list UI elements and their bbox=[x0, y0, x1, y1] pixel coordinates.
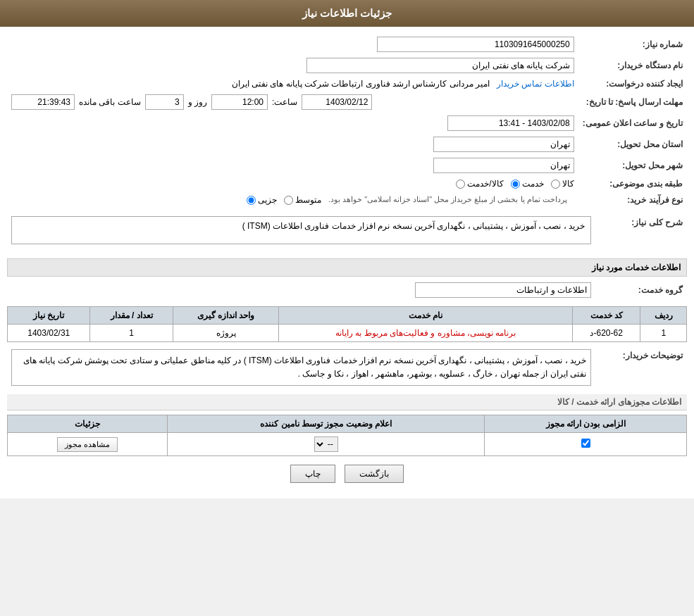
requester-link[interactable]: اطلاعات تماس خریدار bbox=[497, 79, 574, 89]
days-value: 3 bbox=[145, 94, 184, 110]
time-value: 12:00 bbox=[211, 94, 268, 110]
col-details: جزئیات bbox=[8, 415, 168, 433]
buyer-station-value: شرکت پایانه های نفتی ایران bbox=[306, 58, 574, 73]
purchase-option-partial[interactable]: جزیی bbox=[247, 195, 277, 205]
response-date: 1403/02/12 bbox=[302, 94, 372, 110]
need-description-cell: خرید ، نصب ، آموزش ، پشتیبانی ، نگهداری … bbox=[7, 213, 595, 253]
city-cell: تهران bbox=[7, 155, 578, 176]
city-row: شهر محل تحویل: تهران bbox=[7, 155, 687, 176]
col-row-num: ردیف bbox=[640, 307, 687, 325]
print-button[interactable]: چاپ bbox=[290, 465, 335, 483]
announcement-row: تاریخ و ساعت اعلان عمومی: 1403/02/08 - 1… bbox=[7, 113, 687, 134]
services-section-header: اطلاعات خدمات مورد نیاز bbox=[7, 258, 687, 277]
category-label: طبقه بندی موضوعی: bbox=[578, 176, 687, 191]
col-date: تاریخ نیاز bbox=[8, 307, 90, 325]
need-number-row: شماره نیاز: 1103091645000250 bbox=[7, 34, 687, 55]
purchase-type-cell: جزیی متوسط پرداخت تمام یا بخشی از مبلغ خ… bbox=[7, 191, 578, 208]
cell-details: مشاهده مجوز bbox=[8, 433, 168, 456]
cell-service-code: 620-62-د bbox=[572, 325, 640, 342]
need-description-value: خرید ، نصب ، آموزش ، پشتیبانی ، نگهداری … bbox=[11, 216, 591, 244]
cell-service-name: برنامه نویسی، مشاوره و فعالیت‌های مربوط … bbox=[279, 325, 573, 342]
remaining-label: ساعت باقی مانده bbox=[79, 97, 141, 107]
services-table-header-row: ردیف کد خدمت نام خدمت واحد اندازه گیری ت… bbox=[8, 307, 687, 325]
category-option-goods[interactable]: کالا bbox=[551, 179, 574, 189]
service-group-label: گروه خدمت: bbox=[595, 279, 687, 301]
buyer-station-row: نام دستگاه خریدار: شرکت پایانه های نفتی … bbox=[7, 55, 687, 76]
purchase-type-row: نوع فرآیند خرید: جزیی متوسط پرداخت تمام … bbox=[7, 191, 687, 208]
purchase-radio-partial[interactable] bbox=[247, 196, 256, 205]
purchase-type-label: نوع فرآیند خرید: bbox=[578, 191, 687, 208]
view-permit-button[interactable]: مشاهده مجوز bbox=[57, 437, 118, 452]
deadline-row: مهلت ارسال پاسخ: تا تاریخ: 21:39:43 ساعت… bbox=[7, 92, 687, 113]
col-quantity: تعداد / مقدار bbox=[90, 307, 173, 325]
services-row: 1 620-62-د برنامه نویسی، مشاوره و فعالیت… bbox=[8, 325, 687, 342]
permits-header-row: الزامی بودن ارائه مجوز اعلام وضعیت مجوز … bbox=[8, 415, 687, 433]
need-number-cell: 1103091645000250 bbox=[7, 34, 578, 55]
buttons-row: بازگشت چاپ bbox=[7, 465, 687, 483]
category-radio-goods-service[interactable] bbox=[456, 180, 465, 189]
announcement-label: تاریخ و ساعت اعلان عمومی: bbox=[578, 113, 687, 134]
col-service-code: کد خدمت bbox=[572, 307, 640, 325]
cell-required bbox=[485, 433, 687, 456]
need-number-label: شماره نیاز: bbox=[578, 34, 687, 55]
remaining-time: 21:39:43 bbox=[11, 94, 75, 110]
city-label: شهر محل تحویل: bbox=[578, 155, 687, 176]
service-group-row: گروه خدمت: اطلاعات و ارتباطات bbox=[7, 279, 687, 301]
col-required: الزامی بودن ارائه مجوز bbox=[485, 415, 687, 433]
cell-supplier-status: -- bbox=[168, 433, 485, 456]
days-label: روز و bbox=[188, 97, 207, 107]
requester-label: ایجاد کننده درخواست: bbox=[578, 76, 687, 92]
page-title: جزئیات اطلاعات نیاز bbox=[302, 7, 392, 19]
permits-table: الزامی بودن ارائه مجوز اعلام وضعیت مجوز … bbox=[7, 415, 687, 456]
deadline-cell: 21:39:43 ساعت باقی مانده 3 روز و 12:00 س… bbox=[7, 92, 578, 113]
time-label: ساعت: bbox=[272, 97, 297, 107]
cell-unit: پروژه bbox=[173, 325, 278, 342]
cell-row-num: 1 bbox=[640, 325, 687, 342]
buyer-description-value: خرید ، نصب ، آموزش ، پشتیبانی ، نگهداری … bbox=[11, 349, 591, 386]
province-row: استان محل تحویل: تهران bbox=[7, 134, 687, 155]
main-content: شماره نیاز: 1103091645000250 نام دستگاه … bbox=[0, 27, 694, 498]
col-unit: واحد اندازه گیری bbox=[173, 307, 278, 325]
purchase-note: پرداخت تمام یا بخشی از مبلغ خریداز محل "… bbox=[328, 195, 567, 204]
category-cell: کالا/خدمت خدمت کالا bbox=[7, 176, 578, 191]
requester-cell: اطلاعات تماس خریدار امیر مردانی کارشناس … bbox=[7, 76, 578, 92]
cell-quantity: 1 bbox=[90, 325, 173, 342]
cell-date: 1403/02/31 bbox=[8, 325, 90, 342]
need-description-table: شرح کلی نیاز: خرید ، نصب ، آموزش ، پشتیب… bbox=[7, 213, 687, 253]
page-container: جزئیات اطلاعات نیاز شماره نیاز: 11030916… bbox=[0, 0, 694, 498]
category-option-service[interactable]: خدمت bbox=[511, 179, 544, 189]
need-number-value: 1103091645000250 bbox=[377, 37, 574, 52]
province-label: استان محل تحویل: bbox=[578, 134, 687, 155]
service-group-table: گروه خدمت: اطلاعات و ارتباطات bbox=[7, 279, 687, 301]
back-button[interactable]: بازگشت bbox=[345, 465, 404, 483]
permits-section-header: اطلاعات مجوزهای ارائه خدمت / کالا bbox=[7, 394, 687, 410]
col-supplier-status: اعلام وضعیت مجوز توسط نامین کننده bbox=[168, 415, 485, 433]
province-value: تهران bbox=[433, 137, 574, 152]
buyer-description-table: توضیحات خریدار: خرید ، نصب ، آموزش ، پشت… bbox=[7, 346, 687, 389]
purchase-radio-medium[interactable] bbox=[284, 196, 293, 205]
announcement-cell: 1403/02/08 - 13:41 bbox=[7, 113, 578, 134]
category-radio-goods[interactable] bbox=[551, 180, 560, 189]
purchase-option-medium[interactable]: متوسط bbox=[284, 195, 321, 205]
requester-row: ایجاد کننده درخواست: اطلاعات تماس خریدار… bbox=[7, 76, 687, 92]
service-group-cell: اطلاعات و ارتباطات bbox=[7, 279, 595, 301]
services-table: ردیف کد خدمت نام خدمت واحد اندازه گیری ت… bbox=[7, 306, 687, 342]
category-radio-service[interactable] bbox=[511, 180, 520, 189]
buyer-description-label: توضیحات خریدار: bbox=[595, 346, 687, 389]
buyer-station-cell: شرکت پایانه های نفتی ایران bbox=[7, 55, 578, 76]
city-value: تهران bbox=[433, 158, 574, 173]
supplier-status-select[interactable]: -- bbox=[314, 436, 338, 452]
announcement-value: 1403/02/08 - 13:41 bbox=[447, 115, 574, 131]
buyer-description-row: توضیحات خریدار: خرید ، نصب ، آموزش ، پشت… bbox=[7, 346, 687, 389]
requester-value: امیر مردانی کارشناس ارشد فناوری ارتباطات… bbox=[232, 79, 490, 89]
need-description-label: شرح کلی نیاز: bbox=[595, 213, 687, 253]
need-description-row: شرح کلی نیاز: خرید ، نصب ، آموزش ، پشتیب… bbox=[7, 213, 687, 253]
info-table: شماره نیاز: 1103091645000250 نام دستگاه … bbox=[7, 34, 687, 208]
category-option-goods-service[interactable]: کالا/خدمت bbox=[456, 179, 503, 189]
required-checkbox[interactable] bbox=[581, 439, 590, 448]
permits-row: -- مشاهده مجوز bbox=[8, 433, 687, 456]
province-cell: تهران bbox=[7, 134, 578, 155]
deadline-label: مهلت ارسال پاسخ: تا تاریخ: bbox=[578, 92, 687, 113]
buyer-station-label: نام دستگاه خریدار: bbox=[578, 55, 687, 76]
buyer-description-cell: خرید ، نصب ، آموزش ، پشتیبانی ، نگهداری … bbox=[7, 346, 595, 389]
